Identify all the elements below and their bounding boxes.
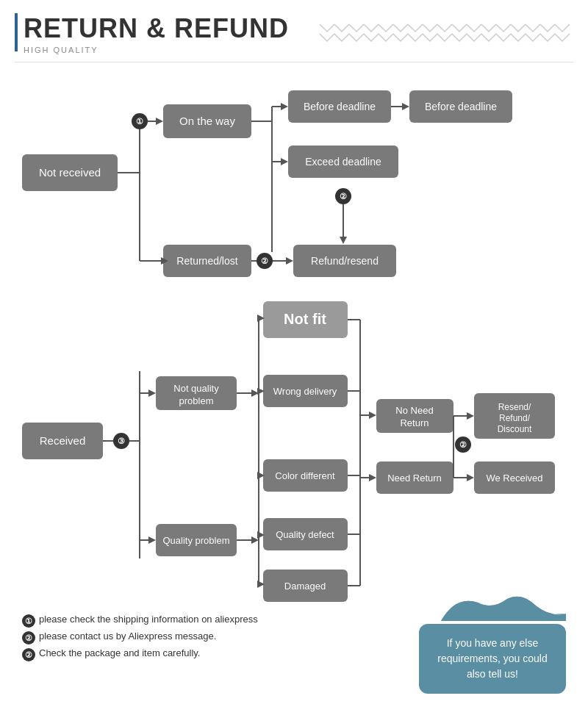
svg-marker-87 [369, 474, 376, 481]
svg-text:②: ② [261, 256, 268, 265]
header-pattern [316, 13, 573, 50]
svg-text:②: ② [340, 192, 347, 201]
svg-text:Return: Return [400, 417, 429, 428]
svg-text:Not fit: Not fit [284, 311, 326, 327]
svg-marker-16 [402, 103, 409, 110]
footnote-1-num: ① [22, 614, 35, 628]
svg-text:③: ③ [118, 437, 125, 445]
svg-text:①: ① [136, 117, 143, 126]
svg-text:No Need: No Need [395, 405, 433, 416]
svg-text:Before deadline: Before deadline [425, 101, 497, 112]
svg-text:Quality defect: Quality defect [276, 529, 334, 540]
svg-text:We Received: We Received [486, 473, 542, 484]
svg-text:Not quality: Not quality [173, 383, 219, 394]
svg-marker-102 [467, 474, 474, 481]
svg-text:problem: problem [179, 395, 214, 406]
svg-text:On the way: On the way [179, 115, 235, 127]
svg-marker-21 [281, 158, 288, 165]
svg-text:Resend/: Resend/ [498, 402, 531, 412]
chevron-decoration [316, 21, 573, 50]
section1-svg: Not received ① On the way Bef [22, 77, 566, 290]
svg-marker-27 [340, 237, 347, 244]
section2-svg: Received ③ Not quality problem Quality p… [22, 298, 566, 606]
svg-marker-96 [467, 412, 474, 420]
svg-text:Color different: Color different [275, 470, 335, 481]
svg-text:Discount: Discount [498, 424, 532, 434]
footnote-1-text: please check the shipping information on… [39, 614, 258, 625]
header-subtitle: HIGH QUALITY [24, 46, 289, 54]
svg-text:Quality problem: Quality problem [162, 535, 229, 546]
svg-marker-82 [369, 412, 376, 419]
svg-text:Received: Received [40, 434, 86, 447]
header-accent [15, 13, 18, 51]
svg-marker-34 [286, 257, 293, 265]
footnotes-section: ① please check the shipping information … [22, 614, 566, 661]
svg-text:Refund/: Refund/ [499, 413, 531, 423]
svg-text:Returned/lost: Returned/lost [176, 255, 237, 267]
speech-bubble-wrapper: If you have any else requirements, you c… [419, 592, 566, 694]
header: RETURN & REFUND HIGH QUALITY [0, 0, 588, 62]
svg-text:Wrong delivery: Wrong delivery [273, 386, 337, 397]
footnote-3-num: ② [22, 648, 35, 661]
svg-marker-12 [281, 103, 288, 110]
speech-bubble-text: If you have any else requirements, you c… [437, 637, 547, 680]
section2-flowchart: Received ③ Not quality problem Quality p… [22, 298, 566, 606]
main-content: Not received ① On the way Bef [0, 62, 588, 679]
footnote-2-text: please contact us by Aliexpress message. [39, 631, 216, 642]
svg-marker-52 [148, 536, 156, 544]
speech-bubble: If you have any else requirements, you c… [419, 624, 566, 694]
section1-flowchart: Not received ① On the way Bef [22, 77, 566, 290]
svg-marker-47 [148, 389, 156, 397]
svg-text:Exceed deadline: Exceed deadline [305, 156, 381, 168]
svg-text:Refund/resend: Refund/resend [311, 255, 379, 267]
page-title: RETURN & REFUND [24, 13, 289, 44]
footnote-3-text: Check the package and item carefully. [39, 647, 200, 658]
svg-text:Before deadline: Before deadline [304, 101, 376, 112]
footnote-2-num: ② [22, 631, 35, 644]
svg-text:②: ② [459, 440, 467, 449]
header-left: RETURN & REFUND HIGH QUALITY [24, 13, 289, 54]
svg-text:Need Return: Need Return [387, 473, 442, 484]
bubble-tail-svg [419, 592, 566, 621]
svg-text:Damaged: Damaged [284, 581, 326, 592]
svg-marker-6 [156, 118, 163, 125]
not-received-label: Not received [39, 166, 101, 179]
